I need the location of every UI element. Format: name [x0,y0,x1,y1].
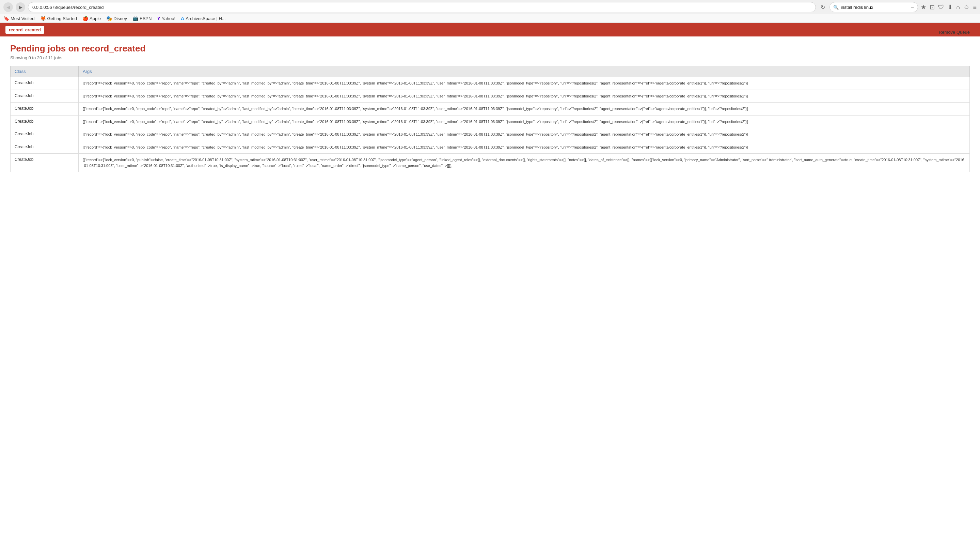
class-cell: CreateJob [11,128,79,141]
bookmark-most-visited[interactable]: 🔖 Most Visited [3,16,35,21]
getting-started-icon: 🦊 [40,16,46,21]
reader-mode-icon[interactable]: ⊡ [930,3,935,11]
apple-icon: 🍎 [83,16,88,21]
most-visited-icon: 🔖 [3,16,9,21]
page-title: Pending jobs on record_created [10,43,970,54]
bookmarks-bar: 🔖 Most Visited 🦊 Getting Started 🍎 Apple… [0,14,980,23]
bookmark-getting-started[interactable]: 🦊 Getting Started [40,16,77,21]
search-arrow-icon: → [910,5,914,10]
class-cell: CreateJob [11,102,79,115]
args-text: [{"record"=>{"lock_version"=>0, "repo_co… [83,132,748,136]
class-cell: CreateJob [11,154,79,172]
args-cell: [{"record"=>{"lock_version"=>0, "repo_co… [79,77,970,90]
bookmark-espn-label: ESPN [140,16,151,21]
espn-icon: 📺 [132,16,138,21]
archivesspace-icon: A [181,16,184,21]
home-icon[interactable]: ⌂ [956,4,960,11]
table-row: CreateJob[{"record"=>{"lock_version"=>0,… [11,128,970,141]
toolbar-icons: ★ ⊡ 🛡 ⬇ ⌂ ☺ ≡ [921,3,977,11]
bookmark-apple-label: Apple [89,16,101,21]
class-column-header[interactable]: Class [11,66,79,77]
bookmark-star-icon[interactable]: ★ [921,3,926,11]
table-row: CreateJob[{"record"=>{"lock_version"=>0,… [11,115,970,128]
showing-text: Showing 0 to 20 of 11 jobs [10,55,970,60]
args-text: [{"record"=>{"lock_version"=>0, "repo_co… [83,107,748,111]
forward-button[interactable]: ▶ [16,2,25,12]
bookmark-espn[interactable]: 📺 ESPN [132,16,151,21]
args-column-header: Args [79,66,970,77]
table-row: CreateJob[{"record"=>{"lock_version"=>0,… [11,141,970,154]
pocket-icon[interactable]: 🛡 [938,4,944,11]
bookmark-disney[interactable]: 🎭 Disney [106,16,127,21]
args-text: [{"record"=>{"lock_version"=>0, "repo_co… [83,145,748,149]
table-row: CreateJob[{"record"=>{"lock_version"=>0,… [11,89,970,102]
bookmark-archivesspace[interactable]: A ArchivesSpace | H... [181,16,226,21]
disney-icon: 🎭 [106,16,112,21]
browser-chrome: ◀ ▶ 0.0.0.0:5678/queues/record_created ↻… [0,0,980,23]
download-icon[interactable]: ⬇ [948,3,953,11]
bookmark-getting-started-label: Getting Started [47,16,77,21]
bookmark-most-visited-label: Most Visited [11,16,35,21]
bookmark-yahoo[interactable]: Y Yahoo! [157,16,175,21]
args-cell: [{"record"=>{"lock_version"=>0, "repo_co… [79,141,970,154]
class-cell: CreateJob [11,77,79,90]
class-cell: CreateJob [11,115,79,128]
page-header-area: Remove Queue Pending jobs on record_crea… [10,43,970,60]
app-header: record_created [0,23,980,37]
reload-button[interactable]: ↻ [819,3,827,11]
browser-toolbar: ◀ ▶ 0.0.0.0:5678/queues/record_created ↻… [0,0,980,14]
args-text: [{"record"=>{"lock_version"=>0, "publish… [83,158,964,168]
queue-badge: record_created [5,26,44,34]
args-text: [{"record"=>{"lock_version"=>0, "repo_co… [83,81,748,85]
search-bar[interactable]: 🔍 → [829,2,918,12]
args-cell: [{"record"=>{"lock_version"=>0, "repo_co… [79,128,970,141]
args-cell: [{"record"=>{"lock_version"=>0, "publish… [79,154,970,172]
yahoo-icon: Y [157,16,160,21]
remove-queue-button[interactable]: Remove Queue [939,30,970,35]
args-cell: [{"record"=>{"lock_version"=>0, "repo_co… [79,102,970,115]
args-cell: [{"record"=>{"lock_version"=>0, "repo_co… [79,115,970,128]
table-row: CreateJob[{"record"=>{"lock_version"=>0,… [11,102,970,115]
bookmark-apple[interactable]: 🍎 Apple [83,16,101,21]
address-bar[interactable]: 0.0.0.0:5678/queues/record_created [28,2,816,12]
bookmark-archivesspace-label: ArchivesSpace | H... [186,16,226,21]
args-text: [{"record"=>{"lock_version"=>0, "repo_co… [83,94,748,98]
table-body: CreateJob[{"record"=>{"lock_version"=>0,… [11,77,970,172]
class-cell: CreateJob [11,89,79,102]
menu-icon[interactable]: ≡ [973,4,977,11]
table-row: CreateJob[{"record"=>{"lock_version"=>0,… [11,154,970,172]
address-text: 0.0.0.0:5678/queues/record_created [32,5,104,10]
class-cell: CreateJob [11,141,79,154]
search-icon: 🔍 [833,5,839,10]
table-header-row: Class Args [11,66,970,77]
table-header: Class Args [11,66,970,77]
jobs-table: Class Args CreateJob[{"record"=>{"lock_v… [10,66,970,172]
args-cell: [{"record"=>{"lock_version"=>0, "repo_co… [79,89,970,102]
search-input[interactable] [841,5,908,10]
bookmark-disney-label: Disney [113,16,127,21]
page-content: Remove Queue Pending jobs on record_crea… [0,37,980,179]
back-button[interactable]: ◀ [3,2,13,12]
bookmark-yahoo-label: Yahoo! [162,16,175,21]
profile-icon[interactable]: ☺ [963,4,969,11]
table-row: CreateJob[{"record"=>{"lock_version"=>0,… [11,77,970,90]
args-text: [{"record"=>{"lock_version"=>0, "repo_co… [83,120,748,124]
